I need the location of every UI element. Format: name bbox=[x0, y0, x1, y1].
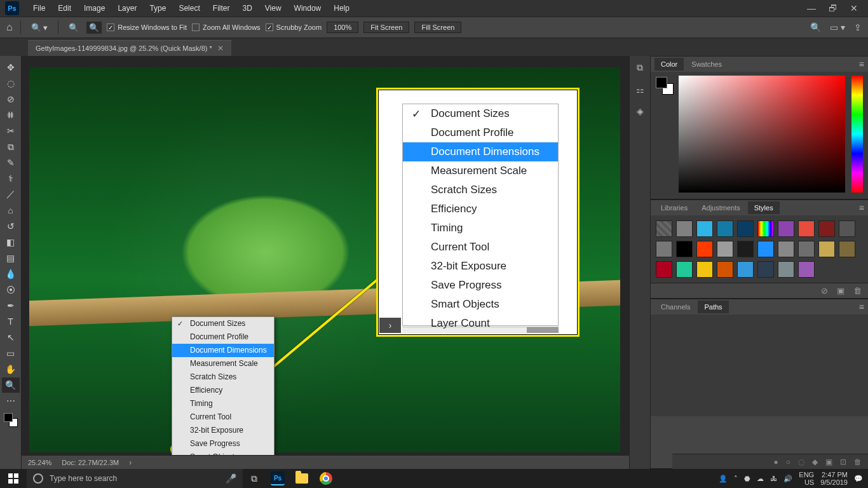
tray-onedrive-icon[interactable]: ☁ bbox=[757, 475, 764, 483]
close-tab-icon[interactable]: ✕ bbox=[217, 44, 224, 53]
style-swatch[interactable] bbox=[656, 261, 672, 278]
style-swatch[interactable] bbox=[717, 261, 733, 278]
task-view-icon[interactable]: ⧉ bbox=[243, 469, 266, 488]
ctx-scratch-sizes[interactable]: Scratch Sizes bbox=[172, 370, 274, 384]
style-swatch[interactable] bbox=[696, 220, 713, 237]
blur-tool-icon[interactable]: 💧 bbox=[2, 266, 20, 281]
window-close-icon[interactable]: ✕ bbox=[850, 3, 858, 13]
style-swatch[interactable] bbox=[737, 220, 754, 237]
history-panel-icon[interactable]: ⧉ bbox=[637, 62, 643, 73]
menu-3d[interactable]: 3D bbox=[236, 4, 258, 13]
styles-delete-icon[interactable]: 🗑 bbox=[853, 286, 862, 295]
style-swatch[interactable] bbox=[818, 241, 835, 257]
taskbar-app-explorer[interactable] bbox=[290, 469, 314, 488]
edit-toolbar-icon[interactable]: ⋯ bbox=[2, 393, 20, 409]
paths-panel-menu-icon[interactable]: ≡ bbox=[859, 302, 864, 312]
ctx-measurement-scale[interactable]: Measurement Scale bbox=[172, 357, 274, 370]
eraser-tool-icon[interactable]: ◧ bbox=[2, 234, 20, 250]
zoom-in-icon[interactable]: 🔍 bbox=[66, 22, 81, 34]
style-swatch[interactable] bbox=[676, 220, 693, 237]
menu-image[interactable]: Image bbox=[78, 4, 111, 13]
workspace-switch-icon[interactable]: ▭ ▾ bbox=[830, 22, 845, 32]
style-swatch[interactable] bbox=[778, 220, 794, 237]
tray-people-icon[interactable]: 👤 bbox=[719, 475, 728, 483]
tab-paths[interactable]: Paths bbox=[698, 301, 728, 313]
color-field[interactable] bbox=[679, 76, 845, 193]
zoom-100-button[interactable]: 100% bbox=[327, 22, 358, 33]
menu-window[interactable]: Window bbox=[288, 4, 328, 13]
menu-layer[interactable]: Layer bbox=[111, 4, 143, 13]
menu-edit[interactable]: Edit bbox=[51, 4, 78, 13]
scrubby-zoom-checkbox[interactable]: ✓Scrubby Zoom bbox=[266, 24, 322, 31]
share-icon[interactable]: ⇪ bbox=[854, 22, 862, 32]
zoom-tool-icon[interactable]: 🔍 ▾ bbox=[29, 22, 51, 34]
tray-overflow-icon[interactable]: ˄ bbox=[734, 475, 738, 483]
zoom-tool-icon-toolbar[interactable]: 🔍 bbox=[2, 377, 20, 393]
fit-screen-button[interactable]: Fit Screen bbox=[363, 22, 409, 33]
style-swatch[interactable] bbox=[757, 241, 774, 257]
ctx-32bit-exposure[interactable]: 32-bit Exposure bbox=[172, 424, 274, 437]
menu-type[interactable]: Type bbox=[143, 4, 172, 13]
path-delete-icon[interactable]: 🗑 bbox=[854, 458, 862, 466]
ctx-timing[interactable]: Timing bbox=[172, 397, 274, 410]
ctx-save-progress[interactable]: Save Progress bbox=[172, 437, 274, 451]
style-swatch[interactable] bbox=[717, 220, 733, 237]
taskbar-search[interactable]: Type here to search 🎤 bbox=[27, 469, 243, 488]
taskbar-app-chrome[interactable] bbox=[314, 469, 338, 488]
window-restore-icon[interactable]: 🗗 bbox=[829, 3, 837, 13]
search-icon[interactable]: 🔍 bbox=[810, 22, 821, 32]
style-swatch[interactable] bbox=[818, 220, 835, 237]
ctx-efficiency[interactable]: Efficiency bbox=[172, 384, 274, 397]
resize-windows-checkbox[interactable]: ✓Resize Windows to Fit bbox=[107, 24, 187, 31]
style-swatch[interactable] bbox=[656, 220, 672, 237]
style-swatch[interactable] bbox=[676, 261, 693, 278]
tab-channels[interactable]: Channels bbox=[654, 301, 696, 313]
eyedropper-tool-icon[interactable]: ✎ bbox=[2, 155, 20, 170]
gradient-tool-icon[interactable]: ▤ bbox=[2, 250, 20, 266]
marquee-tool-icon[interactable]: ◌ bbox=[2, 76, 20, 91]
foreground-background-swatch[interactable] bbox=[4, 413, 18, 427]
ctx-current-tool[interactable]: Current Tool bbox=[172, 410, 274, 424]
path-mask-icon[interactable]: ◆ bbox=[812, 458, 818, 466]
zoom-percent-field[interactable]: 25.24% bbox=[28, 459, 51, 466]
path-stroke-icon[interactable]: ○ bbox=[786, 458, 790, 466]
menu-select[interactable]: Select bbox=[172, 4, 206, 13]
tab-color[interactable]: Color bbox=[654, 58, 684, 71]
menu-view[interactable]: View bbox=[259, 4, 288, 13]
tray-language[interactable]: ENGUS bbox=[799, 471, 814, 486]
menu-file[interactable]: File bbox=[27, 4, 51, 13]
status-menu-chevron-icon[interactable]: › bbox=[129, 458, 132, 467]
brush-tool-icon[interactable]: ／ bbox=[2, 187, 20, 202]
style-swatch[interactable] bbox=[757, 220, 774, 237]
menu-filter[interactable]: Filter bbox=[207, 4, 236, 13]
tray-clock[interactable]: 2:47 PM9/5/2019 bbox=[820, 471, 848, 486]
path-fill-icon[interactable]: ● bbox=[774, 458, 778, 466]
color-panel-menu-icon[interactable]: ≡ bbox=[859, 59, 864, 69]
document-tab[interactable]: GettyImages-1149999834.jpg @ 25.2% (Quic… bbox=[28, 40, 231, 56]
move-tool-icon[interactable]: ✥ bbox=[2, 60, 20, 75]
style-swatch[interactable] bbox=[798, 261, 815, 278]
rectangle-tool-icon[interactable]: ▭ bbox=[2, 346, 20, 361]
style-swatch[interactable] bbox=[737, 261, 754, 278]
tray-notifications-icon[interactable]: 💬 bbox=[854, 475, 863, 483]
style-swatch[interactable] bbox=[737, 241, 754, 257]
tab-swatches[interactable]: Swatches bbox=[685, 58, 728, 71]
type-tool-icon[interactable]: T bbox=[2, 314, 20, 329]
hue-slider[interactable] bbox=[851, 76, 863, 193]
frame-tool-icon[interactable]: ⧉ bbox=[2, 139, 20, 154]
styles-panel-menu-icon[interactable]: ≡ bbox=[859, 203, 864, 213]
style-swatch[interactable] bbox=[798, 220, 815, 237]
home-icon[interactable]: ⌂ bbox=[6, 22, 13, 33]
lasso-tool-icon[interactable]: ⊘ bbox=[2, 92, 20, 107]
style-swatch[interactable] bbox=[656, 241, 672, 257]
path-selection-icon[interactable]: ◌ bbox=[798, 458, 804, 466]
ctx-document-dimensions[interactable]: Document Dimensions bbox=[172, 344, 274, 357]
style-swatch[interactable] bbox=[778, 241, 794, 257]
style-swatch[interactable] bbox=[696, 261, 713, 278]
fill-screen-button[interactable]: Fill Screen bbox=[414, 22, 461, 33]
zoom-all-checkbox[interactable]: Zoom All Windows bbox=[192, 24, 260, 31]
style-swatch[interactable] bbox=[798, 241, 815, 257]
clone-stamp-tool-icon[interactable]: ⌂ bbox=[2, 203, 20, 218]
style-swatch[interactable] bbox=[757, 261, 774, 278]
style-swatch[interactable] bbox=[778, 261, 794, 278]
